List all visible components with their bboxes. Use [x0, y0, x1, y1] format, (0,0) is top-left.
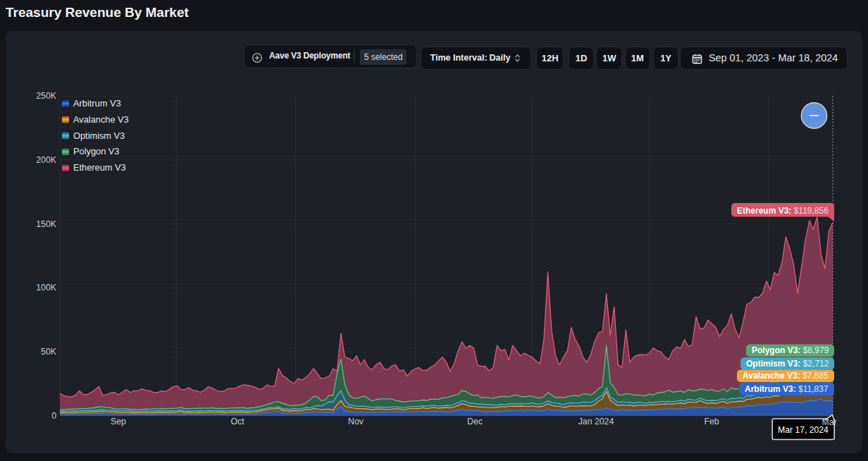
svg-text:Mar 17, 2024: Mar 17, 2024 — [778, 425, 829, 435]
svg-text:Polygon V3: Polygon V3 — [73, 146, 119, 156]
svg-text:Arbitrum V3: Arbitrum V3 — [73, 98, 121, 109]
svg-text:Nov: Nov — [348, 417, 364, 426]
svg-text:Polygon V3: $8,979: Polygon V3: $8,979 — [752, 345, 829, 355]
svg-text:Jan 2024: Jan 2024 — [578, 417, 614, 426]
svg-text:Mar: Mar — [822, 417, 836, 427]
svg-text:Ethereum V3: $119,856: Ethereum V3: $119,856 — [737, 206, 829, 216]
svg-text:250K: 250K — [36, 91, 57, 101]
svg-text:50K: 50K — [41, 347, 57, 357]
svg-text:Dec: Dec — [467, 417, 483, 426]
svg-text:0: 0 — [51, 411, 56, 421]
svg-text:Sep: Sep — [111, 417, 126, 426]
svg-text:200K: 200K — [36, 155, 57, 165]
svg-text:100K: 100K — [36, 283, 57, 293]
svg-text:Optimism V3: Optimism V3 — [73, 130, 125, 141]
svg-text:Arbitrum V3: $11,837: Arbitrum V3: $11,837 — [745, 384, 829, 394]
svg-text:Avalanche V3: $7,685: Avalanche V3: $7,685 — [743, 371, 829, 381]
svg-text:150K: 150K — [36, 219, 57, 229]
svg-text:Avalanche V3: Avalanche V3 — [73, 114, 129, 125]
svg-text:Feb: Feb — [704, 417, 719, 426]
svg-text:Oct: Oct — [230, 417, 244, 426]
svg-text:Optimism V3: $2,712: Optimism V3: $2,712 — [746, 359, 829, 369]
svg-text:Ethereum V3: Ethereum V3 — [73, 162, 126, 173]
